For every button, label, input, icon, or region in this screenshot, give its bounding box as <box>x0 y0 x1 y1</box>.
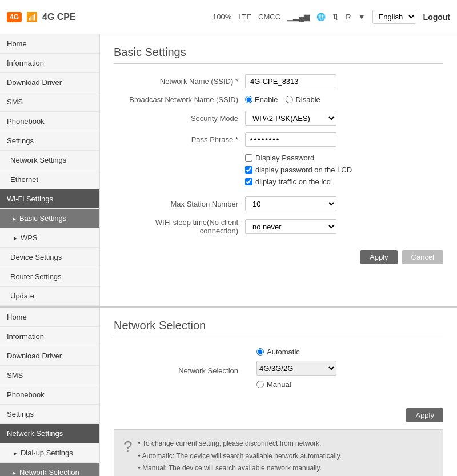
network-type-select[interactable]: 4G/3G/2G 4G only 3G only 2G only <box>256 361 336 376</box>
sidebar-item-basic-settings[interactable]: ►Basic Settings <box>0 209 99 228</box>
network-type: LTE <box>238 13 251 21</box>
sidebar-item-wifi-settings[interactable]: Wi-Fi Settings <box>0 189 99 209</box>
form-row-passphrase: Pass Phrase * <box>114 132 443 147</box>
logo-4g: 4G <box>7 12 22 22</box>
automatic-label[interactable]: Automatic <box>256 348 300 356</box>
manual-label[interactable]: Manual <box>256 380 291 389</box>
sidebar2-item-download-driver[interactable]: Download Driver <box>0 346 99 366</box>
form-row-broadcast: Broadcast Network Name (SSID) Enable Dis… <box>114 95 443 104</box>
sidebar-item-settings[interactable]: Settings <box>0 131 99 151</box>
security-select[interactable]: WPA2-PSK(AES) WPA-PSK None <box>245 111 336 126</box>
sidebar2-item-sms[interactable]: SMS <box>0 366 99 385</box>
form-row-wifi-sleep: WIFI sleep time(No client connection) no… <box>114 218 443 235</box>
display-lcd-row: display password on the LCD <box>245 166 352 174</box>
form-row-security: Security Mode WPA2-PSK(AES) WPA-PSK None <box>114 111 443 126</box>
help-text: To change current setting, please discon… <box>138 438 342 475</box>
manual-row: Manual <box>256 380 336 389</box>
header-right: 100% LTE CMCC ▁▂▄▆ 🌐 ⇅ R ▼ English 中文 Lo… <box>213 10 450 24</box>
r-icon: R <box>346 13 351 21</box>
wifi-sleep-label: WIFI sleep time(No client connection) <box>114 218 245 235</box>
language-select[interactable]: English 中文 <box>372 10 416 24</box>
arrow-icon: ► <box>11 216 17 222</box>
form-row-network-sel: Network Selection Automatic 4G/3G/2G 4G … <box>114 348 443 393</box>
signal-bars-icon: ▁▂▄▆ <box>287 13 310 21</box>
panel-network-selection: Home Information Download Driver SMS Pho… <box>0 308 457 476</box>
manual-radio[interactable] <box>256 381 264 388</box>
arrow-netsel: ► <box>11 470 17 476</box>
sidebar-item-home[interactable]: Home <box>0 34 99 54</box>
carrier: CMCC <box>258 13 280 21</box>
sidebar-item-sms[interactable]: SMS <box>0 92 99 112</box>
display-lcd-checkbox[interactable] <box>245 166 252 174</box>
network-sel-block: Automatic 4G/3G/2G 4G only 3G only 2G on… <box>256 348 336 393</box>
passphrase-input[interactable] <box>245 132 336 147</box>
sidebar2-item-information[interactable]: Information <box>0 327 99 346</box>
help-box: ? To change current setting, please disc… <box>114 429 443 476</box>
cancel-button-1[interactable]: Cancel <box>402 250 443 264</box>
max-station-select[interactable]: 10 5 1 <box>245 196 336 211</box>
sidebar-item-wps[interactable]: ►WPS <box>0 228 99 248</box>
automatic-radio[interactable] <box>256 348 264 356</box>
display-traffic-label[interactable]: dilplay traffic on the lcd <box>245 178 331 186</box>
form-row-network-name: Network Name (SSID) * <box>114 74 443 88</box>
network-name-input[interactable] <box>245 74 336 88</box>
help-tip-3: Manual: The device will search available… <box>138 462 342 475</box>
panel-basic-settings: Home Information Download Driver SMS Pho… <box>0 34 457 308</box>
sidebar2-item-network-selection[interactable]: ►Network Selection <box>0 463 99 476</box>
apply-button-2[interactable]: Apply <box>406 408 443 422</box>
sidebar-item-phonebook[interactable]: Phonebook <box>0 112 99 131</box>
sidebar-item-network-settings[interactable]: Network Settings <box>0 151 99 170</box>
sidebar-item-download-driver[interactable]: Download Driver <box>0 73 99 92</box>
sidebar-1: Home Information Download Driver SMS Pho… <box>0 34 100 306</box>
help-icon: ? <box>123 438 133 475</box>
sidebar-item-information[interactable]: Information <box>0 54 99 73</box>
form-buttons-1: Apply Cancel <box>114 244 443 264</box>
arrow-icon-wps: ► <box>13 235 18 241</box>
sidebar-item-device-settings[interactable]: Device Settings <box>0 248 99 267</box>
sidebar2-item-dialup[interactable]: ►Dial-up Settings <box>0 443 99 463</box>
logout-button[interactable]: Logout <box>423 13 450 22</box>
form-row-display-pass: Display Password display password on the… <box>114 154 443 189</box>
help-tip-2: Automatic: The device will search availa… <box>138 450 342 463</box>
battery-level: 100% <box>213 13 231 21</box>
display-lcd-label[interactable]: display password on the LCD <box>245 166 352 174</box>
broadcast-enable-radio[interactable] <box>245 96 252 103</box>
security-label: Security Mode <box>114 114 245 123</box>
sidebar-item-update[interactable]: Update <box>0 287 99 306</box>
sidebar2-item-settings[interactable]: Settings <box>0 405 99 424</box>
display-pass-group: Display Password display password on the… <box>245 154 352 189</box>
sidebar2-item-network-settings[interactable]: Network Settings <box>0 424 99 443</box>
display-password-label[interactable]: Display Password <box>245 154 314 162</box>
broadcast-label: Broadcast Network Name (SSID) <box>114 95 245 104</box>
display-password-checkbox[interactable] <box>245 154 252 162</box>
globe-icon: 🌐 <box>316 13 326 21</box>
display-traffic-checkbox[interactable] <box>245 178 252 185</box>
arrow-dialup: ► <box>13 450 18 457</box>
wifi-sleep-select[interactable]: no never 5 min 10 min 30 min <box>245 219 336 234</box>
broadcast-disable-radio[interactable] <box>286 96 293 103</box>
passphrase-label: Pass Phrase * <box>114 135 245 144</box>
form-row-max-station: Max Station Number 10 5 1 <box>114 196 443 211</box>
broadcast-enable-label[interactable]: Enable <box>245 95 278 104</box>
sidebar2-item-home[interactable]: Home <box>0 308 99 327</box>
header-left: 4G 📶 4G CPE <box>7 11 76 22</box>
main-content-basic-settings: Basic Settings Network Name (SSID) * Bro… <box>100 34 457 306</box>
header-title: 4G CPE <box>42 12 76 22</box>
header: 4G 📶 4G CPE 100% LTE CMCC ▁▂▄▆ 🌐 ⇅ R ▼ E… <box>0 0 457 34</box>
network-name-label: Network Name (SSID) * <box>114 77 245 86</box>
signal-icon: ▼ <box>358 13 366 21</box>
sidebar-item-ethernet[interactable]: Ethernet <box>0 170 99 189</box>
broadcast-disable-label[interactable]: Disable <box>286 95 320 104</box>
section-title-network: Network Selection <box>114 319 443 337</box>
display-password-row: Display Password <box>245 154 352 162</box>
main-content-network-selection: Network Selection Network Selection Auto… <box>100 308 457 476</box>
network-sel-label: Network Selection <box>114 366 245 375</box>
sidebar-item-router-settings[interactable]: Router Settings <box>0 267 99 287</box>
sidebar2-item-phonebook[interactable]: Phonebook <box>0 385 99 405</box>
broadcast-radio-group: Enable Disable <box>245 95 320 104</box>
wifi-icon: 📶 <box>26 11 38 22</box>
apply-button-1[interactable]: Apply <box>360 250 398 264</box>
form-buttons-2: Apply <box>114 402 443 422</box>
max-station-label: Max Station Number <box>114 200 245 208</box>
display-traffic-row: dilplay traffic on the lcd <box>245 178 352 186</box>
